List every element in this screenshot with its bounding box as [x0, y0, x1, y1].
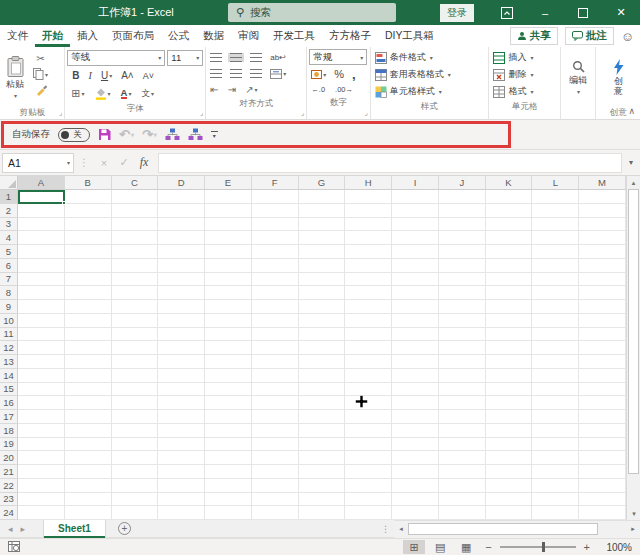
cell-K22[interactable] [486, 479, 533, 493]
cell-F3[interactable] [252, 218, 299, 232]
cell-I4[interactable] [392, 231, 439, 245]
cell-E17[interactable] [205, 410, 252, 424]
cell-C7[interactable] [112, 273, 159, 287]
cell-G3[interactable] [299, 218, 346, 232]
row-header-16[interactable]: 16 [0, 396, 18, 410]
feedback-smiley-icon[interactable]: ☺ [621, 29, 634, 44]
cell-I19[interactable] [392, 438, 439, 452]
cell-L1[interactable] [532, 190, 579, 204]
cell-B6[interactable] [65, 259, 112, 273]
cell-A9[interactable] [18, 300, 65, 314]
cell-F20[interactable] [252, 451, 299, 465]
org-chart-button-2[interactable] [188, 128, 203, 141]
cell-F18[interactable] [252, 424, 299, 438]
column-header-J[interactable]: J [439, 176, 486, 190]
alignment-dialog-launcher[interactable]: ⌟ [301, 109, 304, 117]
row-header-18[interactable]: 18 [0, 424, 18, 438]
cell-B12[interactable] [65, 341, 112, 355]
cell-G13[interactable] [299, 355, 346, 369]
cell-E15[interactable] [205, 383, 252, 397]
cell-C23[interactable] [112, 493, 159, 507]
decrease-indent-button[interactable]: ⇤ [208, 84, 220, 95]
cell-F22[interactable] [252, 479, 299, 493]
cell-E21[interactable] [205, 465, 252, 479]
add-sheet-button[interactable]: + [118, 522, 131, 535]
cell-I1[interactable] [392, 190, 439, 204]
cell-B18[interactable] [65, 424, 112, 438]
cell-H2[interactable] [345, 204, 392, 218]
cell-L3[interactable] [532, 218, 579, 232]
cell-D21[interactable] [158, 465, 205, 479]
cell-C16[interactable] [112, 396, 159, 410]
cell-H17[interactable] [345, 410, 392, 424]
collapse-ribbon-button[interactable]: ∧ [628, 106, 635, 116]
cell-E12[interactable] [205, 341, 252, 355]
cell-F7[interactable] [252, 273, 299, 287]
cell-G2[interactable] [299, 204, 346, 218]
vertical-scrollbar[interactable]: ▴ ▾ [626, 176, 640, 520]
cell-D24[interactable] [158, 506, 205, 520]
sheet-tab-active[interactable]: Sheet1 [43, 520, 106, 538]
cell-C6[interactable] [112, 259, 159, 273]
cell-J7[interactable] [439, 273, 486, 287]
cell-G11[interactable] [299, 328, 346, 342]
cell-G12[interactable] [299, 341, 346, 355]
macro-record-button[interactable] [8, 541, 20, 554]
cell-G5[interactable] [299, 245, 346, 259]
cell-F2[interactable] [252, 204, 299, 218]
cell-G16[interactable] [299, 396, 346, 410]
cell-G23[interactable] [299, 493, 346, 507]
cell-I17[interactable] [392, 410, 439, 424]
undo-button[interactable]: ↶▾ [119, 127, 134, 142]
cell-F23[interactable] [252, 493, 299, 507]
cell-G6[interactable] [299, 259, 346, 273]
cell-M23[interactable] [579, 493, 626, 507]
cell-H24[interactable] [345, 506, 392, 520]
cell-M7[interactable] [579, 273, 626, 287]
cell-A13[interactable] [18, 355, 65, 369]
cell-H9[interactable] [345, 300, 392, 314]
close-button[interactable]: ✕ [602, 0, 640, 25]
cell-H23[interactable] [345, 493, 392, 507]
cell-J8[interactable] [439, 286, 486, 300]
cell-B5[interactable] [65, 245, 112, 259]
cell-L6[interactable] [532, 259, 579, 273]
cell-G21[interactable] [299, 465, 346, 479]
fill-color-button[interactable]: ▾ [93, 88, 113, 100]
cell-K10[interactable] [486, 314, 533, 328]
column-header-F[interactable]: F [252, 176, 299, 190]
column-header-E[interactable]: E [205, 176, 252, 190]
cell-E7[interactable] [205, 273, 252, 287]
row-header-9[interactable]: 9 [0, 300, 18, 314]
sheet-nav-right-arrow[interactable]: ▸ [21, 524, 34, 534]
cell-K18[interactable] [486, 424, 533, 438]
cell-G1[interactable] [299, 190, 346, 204]
row-header-17[interactable]: 17 [0, 410, 18, 424]
accounting-format-button[interactable]: ▾ [309, 69, 328, 80]
align-left-button[interactable] [208, 69, 224, 78]
cell-L18[interactable] [532, 424, 579, 438]
cell-E10[interactable] [205, 314, 252, 328]
expand-formula-bar-button[interactable]: ▾ [622, 158, 640, 167]
cell-A15[interactable] [18, 383, 65, 397]
cell-F21[interactable] [252, 465, 299, 479]
ribbon-display-options-button[interactable] [488, 0, 526, 25]
cell-D16[interactable] [158, 396, 205, 410]
cell-I10[interactable] [392, 314, 439, 328]
editing-group-button[interactable]: 编辑 ▾ [563, 49, 594, 106]
cell-E19[interactable] [205, 438, 252, 452]
cell-C3[interactable] [112, 218, 159, 232]
underline-button[interactable]: U▾ [99, 70, 114, 81]
ribbon-tab-0[interactable]: 文件 [0, 25, 35, 47]
cell-D9[interactable] [158, 300, 205, 314]
cell-M24[interactable] [579, 506, 626, 520]
cancel-button[interactable]: × [94, 157, 114, 169]
cell-M9[interactable] [579, 300, 626, 314]
vertical-scroll-thumb[interactable] [628, 189, 639, 474]
cell-C10[interactable] [112, 314, 159, 328]
cell-J21[interactable] [439, 465, 486, 479]
cell-C21[interactable] [112, 465, 159, 479]
row-header-22[interactable]: 22 [0, 479, 18, 493]
cell-B24[interactable] [65, 506, 112, 520]
cell-K14[interactable] [486, 369, 533, 383]
